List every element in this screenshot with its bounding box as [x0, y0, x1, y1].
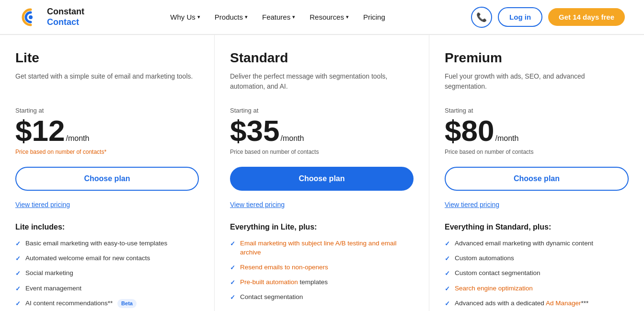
login-button[interactable]: Log in [498, 7, 542, 27]
list-item: ✓ Social marketing [15, 269, 199, 278]
check-icon: ✓ [230, 278, 235, 287]
nav-why-us[interactable]: Why Us ▾ [170, 13, 200, 21]
plan-standard-desc: Deliver the perfect message with segment… [230, 71, 414, 95]
plan-standard-starting-label: Starting at [230, 107, 414, 114]
plan-standard-view-tiered[interactable]: View tiered pricing [230, 201, 285, 208]
plan-premium-starting-label: Starting at [445, 107, 629, 114]
plan-standard-features: ✓ Email marketing with subject line A/B … [230, 239, 414, 302]
check-icon: ✓ [230, 240, 235, 248]
phone-button[interactable]: 📞 [471, 7, 492, 28]
list-item: ✓ Email marketing with subject line A/B … [230, 239, 414, 257]
list-item: ✓ Automated welcome email for new contac… [15, 254, 199, 263]
trial-button[interactable]: Get 14 days free [548, 8, 625, 26]
plan-lite-price-row: $12 /month [15, 116, 199, 146]
nav-resources[interactable]: Resources ▾ [310, 13, 349, 21]
plan-lite-choose-button[interactable]: Choose plan [15, 167, 199, 191]
list-item: ✓ Custom automations [445, 254, 629, 263]
plan-standard-includes-title: Everything in Lite, plus: [230, 223, 414, 231]
svg-point-1 [29, 15, 33, 19]
list-item: ✓ Search engine optimization [445, 284, 629, 293]
check-icon: ✓ [445, 254, 450, 263]
check-icon: ✓ [445, 269, 450, 278]
plan-premium-period: /month [495, 134, 518, 143]
chevron-down-icon: ▾ [346, 14, 349, 20]
plan-standard-price-note: Price based on number of contacts [230, 149, 414, 155]
list-item: ✓ Contact segmentation [230, 293, 414, 302]
logo[interactable]: Constant Contact [19, 6, 84, 29]
plan-premium-choose-button[interactable]: Choose plan [445, 167, 629, 191]
check-icon: ✓ [445, 240, 450, 248]
plan-lite-features: ✓ Basic email marketing with easy-to-use… [15, 239, 199, 308]
check-icon: ✓ [445, 285, 450, 293]
plan-lite-view-tiered[interactable]: View tiered pricing [15, 201, 70, 208]
plan-standard-name: Standard [230, 50, 414, 66]
plan-standard-price: $35 [230, 116, 279, 146]
check-icon: ✓ [15, 240, 21, 248]
check-icon: ✓ [15, 269, 21, 278]
plan-premium-name: Premium [445, 50, 629, 66]
plan-premium-desc: Fuel your growth with ads, SEO, and adva… [445, 71, 629, 95]
main-nav: Constant Contact Why Us ▾ Products ▾ Fea… [0, 0, 644, 35]
nav-links: Why Us ▾ Products ▾ Features ▾ Resources… [170, 13, 385, 21]
plan-premium-features: ✓ Advanced email marketing with dynamic … [445, 239, 629, 308]
chevron-down-icon: ▾ [292, 14, 295, 20]
nav-actions: 📞 Log in Get 14 days free [471, 7, 625, 28]
plan-lite: Lite Get started with a simple suite of … [0, 35, 215, 311]
plan-lite-starting-label: Starting at [15, 107, 199, 114]
beta-badge: Beta [117, 299, 137, 308]
check-icon: ✓ [445, 299, 450, 308]
plan-standard-choose-button[interactable]: Choose plan [230, 167, 414, 191]
list-item: ✓ Advanced email marketing with dynamic … [445, 239, 629, 248]
plan-premium-price-row: $80 /month [445, 116, 629, 146]
check-icon: ✓ [230, 293, 235, 302]
pricing-grid: Lite Get started with a simple suite of … [0, 35, 644, 311]
plan-premium-includes-title: Everything in Standard, plus: [445, 223, 629, 231]
check-icon: ✓ [230, 264, 235, 272]
plan-premium-price: $80 [445, 116, 494, 146]
plan-lite-price: $12 [15, 116, 65, 146]
plan-lite-period: /month [66, 134, 89, 143]
plan-premium-view-tiered[interactable]: View tiered pricing [445, 201, 499, 208]
list-item: ✓ Event management [15, 284, 199, 293]
check-icon: ✓ [15, 299, 21, 308]
plan-lite-desc: Get started with a simple suite of email… [15, 71, 199, 95]
plan-standard-period: /month [280, 134, 304, 143]
plan-premium-price-note: Price based on number of contacts [445, 149, 629, 155]
check-icon: ✓ [15, 285, 21, 293]
plan-premium: Premium Fuel your growth with ads, SEO, … [429, 35, 644, 311]
list-item: ✓ Basic email marketing with easy-to-use… [15, 239, 199, 248]
plan-lite-includes-title: Lite includes: [15, 223, 199, 231]
check-icon: ✓ [15, 254, 21, 263]
nav-products[interactable]: Products ▾ [215, 13, 248, 21]
nav-features[interactable]: Features ▾ [262, 13, 295, 21]
plan-standard-price-row: $35 /month [230, 116, 414, 146]
chevron-down-icon: ▾ [197, 14, 200, 20]
plan-lite-price-note: Price based on number of contacts* [15, 149, 199, 155]
plan-standard: Standard Deliver the perfect message wit… [215, 35, 429, 311]
list-item: ✓ Resend emails to non-openers [230, 263, 414, 272]
plan-lite-name: Lite [15, 50, 199, 66]
list-item: ✓ Custom contact segmentation [445, 269, 629, 278]
nav-pricing[interactable]: Pricing [363, 13, 385, 21]
list-item: ✓ Advanced ads with a dedicated Ad Manag… [445, 299, 629, 308]
phone-icon: 📞 [476, 12, 487, 23]
list-item: ✓ AI content recommendations** Beta [15, 299, 199, 308]
list-item: ✓ Pre-built automation templates [230, 278, 414, 287]
chevron-down-icon: ▾ [245, 14, 248, 20]
